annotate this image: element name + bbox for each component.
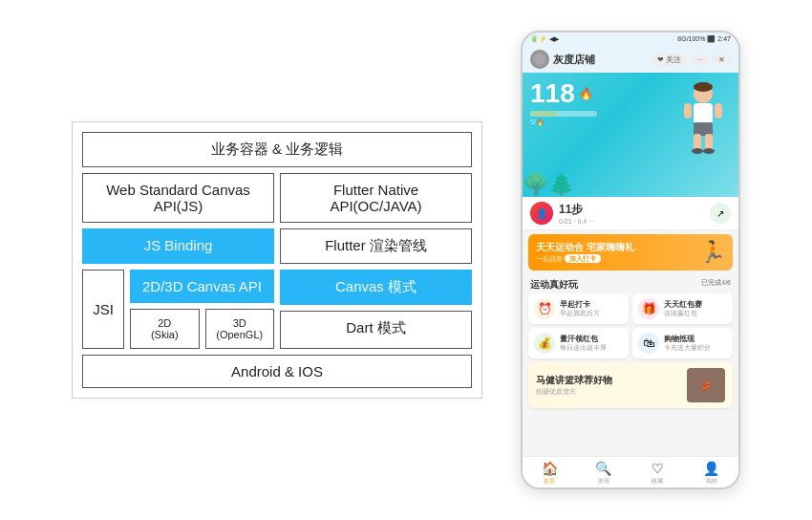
grid-name-0: 早起打卡 xyxy=(560,299,600,310)
promo-img-icon: 🏀 xyxy=(701,381,711,390)
canvas-mode-box: Canvas 模式 xyxy=(280,270,472,305)
activity-banner[interactable]: 天天运动合 宅家嗨嗨礼 一起战疫 加入打卡 🏃 xyxy=(528,234,733,271)
follow-btn[interactable]: ❤ 关注 xyxy=(652,54,687,66)
tab-bar: 🏠 首页 🔍 发现 ♡ 收藏 👤 我的 xyxy=(523,456,738,488)
grid-name-3: 购物抵现 xyxy=(664,334,711,344)
grid-item-0[interactable]: ⏰ 早起打卡 早起晨跑后方 xyxy=(528,293,629,324)
tab-home-icon: 🏠 xyxy=(542,461,558,476)
hero-score-suffix: 🔥 xyxy=(579,87,593,100)
architecture-diagram: 业务容器 & 业务逻辑 Web Standard Canvas API(JS) … xyxy=(72,121,482,399)
phone-mockup: 🔋⚡ ◀▶ 8G/100% ⬛ 2:47 灰度店铺 ❤ 关注 ··· ✕ 118… xyxy=(521,31,740,489)
promo-card[interactable]: 马健讲篮球荐好物 拍摄优质货方 🏀 xyxy=(528,362,733,408)
banner-icon: 🏃 xyxy=(699,240,725,265)
web-api-box: Web Standard Canvas API(JS) xyxy=(82,173,274,223)
grid-desc-0: 早起晨跑后方 xyxy=(560,310,600,318)
grid-name-1: 天天红包赛 xyxy=(664,299,702,310)
tab-discover[interactable]: 🔍 发现 xyxy=(577,461,631,486)
banner-btn[interactable]: 加入打卡 xyxy=(565,254,601,263)
steps-count: 11步 xyxy=(559,202,704,218)
hero-section: 118 🔥 5/🔥 xyxy=(523,73,738,197)
section-header: 运动真好玩 已完成4/6 xyxy=(523,274,738,293)
grid-desc-2: 每日送出超丰厚 xyxy=(560,344,607,353)
svg-rect-3 xyxy=(694,122,713,136)
svg-rect-9 xyxy=(715,103,722,119)
tab-profile[interactable]: 👤 我的 xyxy=(685,461,739,486)
grid-icon-3: 🛍 xyxy=(638,333,659,354)
tree-decoration: 🌳🌲 xyxy=(523,172,574,197)
tab-home-label: 首页 xyxy=(544,477,555,486)
3d-box: 3D (OpenGL) xyxy=(205,309,275,349)
svg-point-1 xyxy=(694,82,713,92)
flutter-pipeline-box: Flutter 渲染管线 xyxy=(280,228,472,264)
close-btn[interactable]: ✕ xyxy=(713,54,731,65)
activity-grid: ⏰ 早起打卡 早起晨跑后方 🎁 天天红包赛 连续赢红包 💰 量汗领红包 每日送出… xyxy=(523,293,738,362)
banner-main: 天天运动合 宅家嗨嗨礼 xyxy=(536,241,634,254)
hero-progress-label: 5/🔥 xyxy=(530,119,545,125)
jsi-row: JSI 2D/3D Canvas API 2D (Skia) 3D (OpenG… xyxy=(82,270,472,349)
stats-share-icon[interactable]: ↗ xyxy=(710,203,731,224)
section-more: 已完成4/6 xyxy=(701,278,731,292)
more-btn[interactable]: ··· xyxy=(691,54,709,65)
banner-text: 天天运动合 宅家嗨嗨礼 一起战疫 加入打卡 xyxy=(536,241,634,264)
dart-mode-box: Dart 模式 xyxy=(280,311,472,349)
grid-icon-1: 🎁 xyxy=(638,298,659,319)
tab-favorite-label: 收藏 xyxy=(652,477,663,486)
store-title: 灰度店铺 xyxy=(553,53,648,67)
stats-detail: 0.01 · 0.4 ··· xyxy=(559,218,704,225)
store-icon xyxy=(530,50,549,69)
hero-character xyxy=(676,80,729,178)
grid-desc-3: 卡充送大量积分 xyxy=(664,344,711,353)
promo-sub: 拍摄优质货方 xyxy=(536,387,612,397)
promo-text: 马健讲篮球荐好物 拍摄优质货方 xyxy=(536,374,612,397)
section-title: 运动真好玩 xyxy=(530,278,578,292)
stats-row: 👤 11步 0.01 · 0.4 ··· ↗ xyxy=(523,197,738,230)
svg-rect-8 xyxy=(684,103,692,119)
grid-item-3[interactable]: 🛍 购物抵现 卡充送大量积分 xyxy=(632,328,733,358)
tab-favorite-icon: ♡ xyxy=(652,461,664,476)
canvas-api-box: 2D/3D Canvas API xyxy=(130,270,274,303)
status-right: 8G/100% ⬛ 2:47 xyxy=(677,35,731,43)
hero-score: 118 xyxy=(530,78,575,109)
app-header: 灰度店铺 ❤ 关注 ··· ✕ xyxy=(523,46,738,73)
2d-box: 2D (Skia) xyxy=(130,309,200,349)
business-container-box: 业务容器 & 业务逻辑 xyxy=(82,132,472,167)
svg-rect-2 xyxy=(694,103,713,124)
tab-discover-label: 发现 xyxy=(598,477,609,486)
flutter-api-box: Flutter Native API(OC/JAVA) xyxy=(280,173,472,223)
android-ios-box: Android & IOS xyxy=(82,355,472,388)
tab-profile-label: 我的 xyxy=(706,477,717,486)
tab-favorite[interactable]: ♡ 收藏 xyxy=(630,461,685,486)
api-row: Web Standard Canvas API(JS) Flutter Nati… xyxy=(82,173,472,223)
svg-point-6 xyxy=(692,148,703,154)
promo-main: 马健讲篮球荐好物 xyxy=(536,374,612,387)
tab-home[interactable]: 🏠 首页 xyxy=(523,461,577,486)
grid-icon-2: 💰 xyxy=(534,333,555,354)
js-binding-box: JS Binding xyxy=(82,228,274,264)
user-avatar: 👤 xyxy=(530,202,553,225)
status-bar: 🔋⚡ ◀▶ 8G/100% ⬛ 2:47 xyxy=(523,32,738,46)
tab-discover-icon: 🔍 xyxy=(595,461,611,476)
hero-progress-bar xyxy=(530,111,597,117)
grid-name-2: 量汗领红包 xyxy=(560,334,607,344)
status-left: 🔋⚡ ◀▶ xyxy=(530,35,559,43)
binding-row: JS Binding Flutter 渲染管线 xyxy=(82,228,472,264)
grid-item-1[interactable]: 🎁 天天红包赛 连续赢红包 xyxy=(632,293,733,324)
promo-image: 🏀 xyxy=(687,368,725,402)
stats-info: 11步 0.01 · 0.4 ··· xyxy=(559,202,704,225)
banner-sub: 一起战疫 加入打卡 xyxy=(536,254,634,264)
grid-item-2[interactable]: 💰 量汗领红包 每日送出超丰厚 xyxy=(528,328,629,358)
jsi-label: JSI xyxy=(82,270,124,349)
grid-icon-0: ⏰ xyxy=(534,298,555,319)
svg-point-7 xyxy=(703,148,715,154)
hero-progress-fill xyxy=(530,111,557,117)
grid-desc-1: 连续赢红包 xyxy=(664,310,702,318)
tab-profile-icon: 👤 xyxy=(703,461,719,476)
